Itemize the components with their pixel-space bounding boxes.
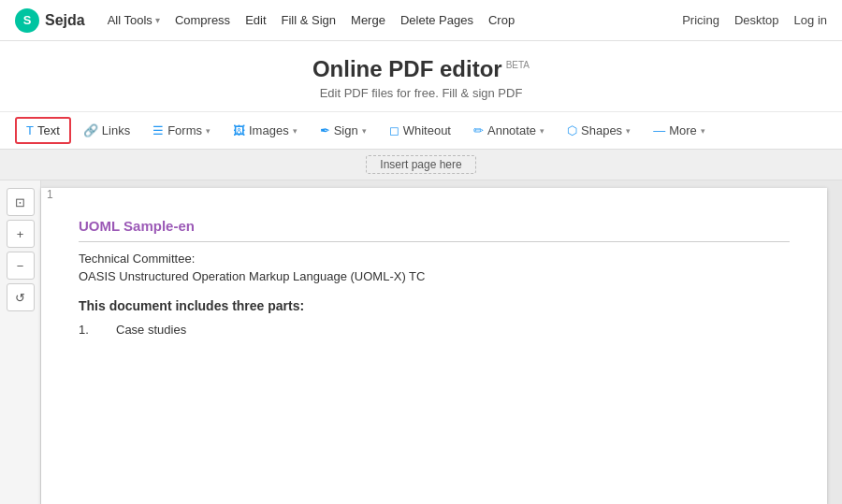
tool-annotate[interactable]: ✏ Annotate ▾ [463,118,555,143]
nav-compress[interactable]: Compress [175,13,230,27]
logo-text: Sejda [45,12,85,29]
tool-images[interactable]: 🖼 Images ▾ [223,118,308,143]
annotate-icon: ✏ [473,123,484,137]
list-item: 1. Case studies [79,323,790,337]
pdf-area: ⊡ + − ↺ 1 UOML Sample-en Technical Commi… [0,180,842,504]
chevron-down-icon: ▾ [626,126,631,136]
chevron-down-icon: ▾ [701,126,705,136]
tool-whiteout[interactable]: ◻ Whiteout [379,118,461,143]
hero-subtitle: Edit PDF files for free. Fill & sign PDF [0,86,842,100]
side-toolbar: ⊡ + − ↺ [0,180,41,504]
links-icon: 🔗 [83,123,98,137]
beta-badge: BETA [506,60,530,70]
nav-login[interactable]: Log in [794,13,827,27]
page-title: Online PDF editorBETA [0,56,842,82]
pdf-document-title: UOML Sample-en [79,218,790,242]
zoom-out-button[interactable]: − [7,252,35,280]
pdf-committee-value: OASIS Unstructured Operation Markup Lang… [79,269,790,283]
nav-pricing[interactable]: Pricing [682,13,719,27]
tool-links[interactable]: 🔗 Links [73,118,140,143]
forms-icon: ☰ [152,123,164,137]
chevron-down-icon: ▾ [206,126,210,136]
sign-icon: ✒ [320,123,330,137]
images-icon: 🖼 [233,123,245,137]
nav-delete-pages[interactable]: Delete Pages [400,13,473,27]
zoom-in-button[interactable]: + [7,220,35,248]
page-number: 1 [47,188,53,201]
fit-page-button[interactable]: ⊡ [7,188,35,216]
pdf-committee-label: Technical Committee: [79,252,790,266]
shapes-icon: ⬡ [567,123,577,137]
tool-shapes[interactable]: ⬡ Shapes ▾ [557,118,641,143]
logo-icon: S [15,8,39,33]
tool-more[interactable]: — More ▾ [643,118,716,143]
tool-forms[interactable]: ☰ Forms ▾ [142,118,221,143]
logo-area[interactable]: S Sejda [15,8,85,33]
navbar: S Sejda All Tools ▾ Compress Edit Fill &… [0,0,842,41]
chevron-down-icon: ▾ [155,15,160,25]
nav-merge[interactable]: Merge [351,13,385,27]
pdf-heading: This document includes three parts: [79,298,790,313]
tool-text[interactable]: T Text [15,117,71,144]
insert-page-bar: Insert page here [0,150,842,180]
chevron-down-icon: ▾ [540,126,544,136]
chevron-down-icon: ▾ [293,126,298,136]
editor-toolbar: T Text 🔗 Links ☰ Forms ▾ 🖼 Images ▾ ✒ Si… [0,112,842,150]
chevron-down-icon: ▾ [362,126,367,136]
tool-sign[interactable]: ✒ Sign ▾ [310,118,377,143]
list-item-number: 1. [79,323,97,337]
insert-page-button[interactable]: Insert page here [366,155,475,174]
nav-desktop[interactable]: Desktop [734,13,779,27]
whiteout-icon: ◻ [389,123,399,137]
more-icon: — [653,123,665,137]
nav-edit[interactable]: Edit [245,13,266,27]
nav-right: Pricing Desktop Log in [682,13,827,27]
hero-section: Online PDF editorBETA Edit PDF files for… [0,41,842,112]
pdf-page[interactable]: UOML Sample-en Technical Committee: OASI… [41,188,827,504]
list-item-text: Case studies [116,323,186,337]
text-icon: T [26,123,34,137]
nav-all-tools[interactable]: All Tools ▾ [108,13,160,27]
nav-crop[interactable]: Crop [488,13,515,27]
nav-fill-sign[interactable]: Fill & Sign [282,13,337,27]
reset-zoom-button[interactable]: ↺ [7,283,35,311]
